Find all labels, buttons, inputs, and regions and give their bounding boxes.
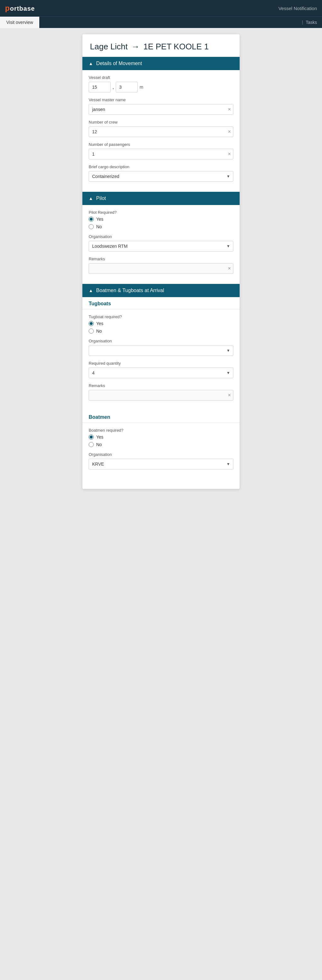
passengers-group: Number of passengers × xyxy=(89,142,233,159)
tugboat-organisation-group: Organisation Organisation A Organisation… xyxy=(89,339,233,356)
movement-chevron-icon: ▲ xyxy=(89,61,93,66)
boatmen-organisation-select[interactable]: KRVE Other xyxy=(89,459,233,469)
boatmen-chevron-icon: ▲ xyxy=(89,288,93,293)
cargo-select[interactable]: Containerized General cargo Bulk Tanker … xyxy=(89,171,233,182)
boatmen-no-option[interactable]: No xyxy=(89,442,233,447)
pilot-section-header[interactable]: ▲ Pilot xyxy=(82,192,240,205)
boatmen-organisation-group: Organisation KRVE Other ▼ xyxy=(89,452,233,469)
logo-ortbase: ortbase xyxy=(10,5,35,12)
boatmen-subtitle: Boatmen xyxy=(82,410,240,423)
pilot-organisation-select[interactable]: Loodswezen RTM Other xyxy=(89,241,233,251)
cargo-label: Brief cargo description xyxy=(89,164,233,169)
boatmen-yes-radio[interactable] xyxy=(89,434,94,439)
boatmen-section-body: Boatmen required? Yes No Organisation xyxy=(82,423,240,479)
boatmen-required-label: Boatmen required? xyxy=(89,428,233,433)
tugboat-quantity-group: Required quantity 1 2 3 4 5 6 7 8 ▼ xyxy=(89,361,233,378)
tugboat-organisation-select[interactable]: Organisation A Organisation B xyxy=(89,345,233,356)
boatmen-required-group: Boatmen required? Yes No xyxy=(89,428,233,447)
pilot-section-title: Pilot xyxy=(96,196,106,201)
cargo-select-wrapper: Containerized General cargo Bulk Tanker … xyxy=(89,171,233,182)
vessel-draft-group: Vessel draft , m xyxy=(89,75,233,92)
modal-title: Lage Licht → 1E PET KOOLE 1 xyxy=(90,42,232,52)
pilot-yes-option[interactable]: Yes xyxy=(89,216,233,222)
tugboats-subtitle: Tugboats xyxy=(82,297,240,309)
pilot-no-radio[interactable] xyxy=(89,224,94,229)
tugboat-quantity-select[interactable]: 1 2 3 4 5 6 7 8 xyxy=(89,368,233,378)
draft-integer-input[interactable] xyxy=(89,82,111,92)
boatmen-yes-option[interactable]: Yes xyxy=(89,434,233,439)
passengers-input[interactable] xyxy=(89,149,233,159)
visit-overview-tab[interactable]: Visit overview xyxy=(0,17,39,28)
boatmen-organisation-label: Organisation xyxy=(89,452,233,457)
draft-separator: , xyxy=(113,84,114,90)
tugboat-no-label: No xyxy=(96,329,102,334)
vessel-draft-label: Vessel draft xyxy=(89,75,233,80)
passengers-clear-button[interactable]: × xyxy=(228,151,231,157)
movement-section-header[interactable]: ▲ Details of Movement xyxy=(82,57,240,70)
tugboat-remarks-wrapper: × xyxy=(89,390,233,401)
pilot-yes-label: Yes xyxy=(96,216,104,222)
tugboat-required-group: Tugboat required? Yes No xyxy=(89,314,233,334)
boatmen-required-radio-group: Yes No xyxy=(89,434,233,447)
boatmen-section-header[interactable]: ▲ Boatmen & Tugboats at Arrival xyxy=(82,284,240,297)
pilot-organisation-group: Organisation Loodswezen RTM Other ▼ xyxy=(89,234,233,251)
crew-label: Number of crew xyxy=(89,120,233,124)
tugboat-required-label: Tugboat required? xyxy=(89,314,233,319)
tugboat-remarks-group: Remarks × xyxy=(89,383,233,401)
pilot-remarks-input[interactable] xyxy=(89,263,233,274)
passengers-label: Number of passengers xyxy=(89,142,233,147)
crew-input[interactable] xyxy=(89,126,233,137)
tugboat-yes-label: Yes xyxy=(96,321,104,326)
pilot-required-label: Pilot Required? xyxy=(89,210,233,215)
app-title: Vessel Notification xyxy=(278,6,317,11)
pilot-remarks-label: Remarks xyxy=(89,256,233,261)
tugboat-no-radio[interactable] xyxy=(89,329,94,334)
pilot-remarks-clear-button[interactable]: × xyxy=(228,266,231,271)
crew-group: Number of crew × xyxy=(89,120,233,137)
to-location: 1E PET KOOLE 1 xyxy=(143,42,209,52)
cargo-group: Brief cargo description Containerized Ge… xyxy=(89,164,233,182)
boatmen-section-title: Boatmen & Tugboats at Arrival xyxy=(96,288,164,293)
tugboat-quantity-select-wrapper: 1 2 3 4 5 6 7 8 ▼ xyxy=(89,368,233,378)
master-name-label: Vessel master name xyxy=(89,97,233,102)
boatmen-yes-label: Yes xyxy=(96,434,104,439)
tasks-menu[interactable]: ⋮ Tasks xyxy=(295,20,322,25)
crew-wrapper: × xyxy=(89,126,233,137)
boatmen-no-label: No xyxy=(96,442,102,447)
logo-p: p xyxy=(5,4,10,12)
modal-card: Lage Licht → 1E PET KOOLE 1 ▲ Details of… xyxy=(82,34,240,489)
from-location: Lage Licht xyxy=(90,42,128,52)
master-name-wrapper: × xyxy=(89,104,233,115)
pilot-required-group: Pilot Required? Yes No xyxy=(89,210,233,229)
tugboats-section-body: Tugboat required? Yes No Organisation xyxy=(82,309,240,410)
tugboat-required-radio-group: Yes No xyxy=(89,321,233,334)
draft-row: , m xyxy=(89,82,233,92)
master-name-clear-button[interactable]: × xyxy=(228,107,231,112)
navbar: portbase Vessel Notification xyxy=(0,0,322,16)
master-name-input[interactable] xyxy=(89,104,233,115)
crew-clear-button[interactable]: × xyxy=(228,129,231,134)
tugboat-yes-option[interactable]: Yes xyxy=(89,321,233,326)
pilot-no-label: No xyxy=(96,224,102,229)
logo: portbase xyxy=(5,4,35,13)
pilot-remarks-wrapper: × xyxy=(89,263,233,274)
pilot-required-radio-group: Yes No xyxy=(89,216,233,229)
pilot-no-option[interactable]: No xyxy=(89,224,233,229)
pilot-remarks-group: Remarks × xyxy=(89,256,233,274)
pilot-yes-radio[interactable] xyxy=(89,216,94,222)
draft-decimal-input[interactable] xyxy=(116,82,138,92)
draft-unit: m xyxy=(140,84,143,90)
movement-section-title: Details of Movement xyxy=(96,61,142,66)
boatmen-organisation-select-wrapper: KRVE Other ▼ xyxy=(89,459,233,469)
tugboat-remarks-input[interactable] xyxy=(89,390,233,401)
tugboat-remarks-clear-button[interactable]: × xyxy=(228,393,231,398)
tugboat-organisation-select-wrapper: Organisation A Organisation B ▼ xyxy=(89,345,233,356)
direction-arrow: → xyxy=(131,42,140,52)
tugboat-yes-radio[interactable] xyxy=(89,321,94,326)
boatmen-no-radio[interactable] xyxy=(89,442,94,447)
tugboat-organisation-label: Organisation xyxy=(89,339,233,343)
pilot-chevron-icon: ▲ xyxy=(89,196,93,201)
tugboat-no-option[interactable]: No xyxy=(89,329,233,334)
modal-header: Lage Licht → 1E PET KOOLE 1 xyxy=(82,34,240,57)
pilot-organisation-select-wrapper: Loodswezen RTM Other ▼ xyxy=(89,241,233,251)
